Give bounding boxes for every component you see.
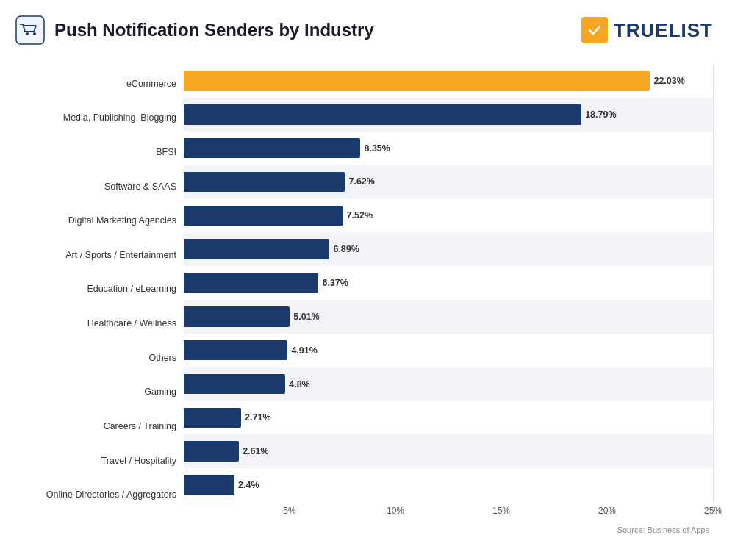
bar-value-label: 8.35%: [364, 143, 390, 154]
y-label: Gaming: [15, 387, 184, 398]
bar-value-label: 4.8%: [289, 379, 310, 390]
logo: TRUELIST: [581, 17, 713, 43]
bar: [184, 172, 345, 193]
x-tick: 10%: [387, 506, 404, 516]
source-text: Source: Business of Apps: [184, 525, 713, 534]
bar-row: 5.01%: [184, 300, 713, 334]
y-label: Travel / Hospitality: [15, 456, 184, 467]
checkmark-icon: [587, 22, 603, 38]
bar: [184, 408, 241, 428]
cart-icon: [15, 15, 46, 46]
y-label: Media, Publishing, Blogging: [15, 112, 184, 123]
bar: [184, 475, 234, 495]
bar-value-label: 6.89%: [333, 244, 359, 254]
bar-row: 4.91%: [184, 334, 713, 367]
chart-title: Push Notification Senders by Industry: [54, 20, 374, 40]
bar: [184, 138, 360, 159]
bar-value-label: 18.79%: [585, 110, 616, 120]
bar: [184, 71, 650, 91]
y-label: Others: [15, 353, 184, 364]
bar-row: 7.62%: [184, 165, 713, 199]
bar-row: 18.79%: [184, 98, 713, 132]
x-tick: 20%: [598, 506, 616, 516]
logo-text: TRUELIST: [614, 19, 713, 42]
bar-row: 6.89%: [184, 232, 713, 266]
chart-body: 22.03%18.79%8.35%7.62%7.52%6.89%6.37%5.0…: [184, 64, 713, 534]
bar-row: 2.61%: [184, 434, 713, 468]
bar-row: 4.8%: [184, 367, 713, 401]
bar-row: 2.4%: [184, 468, 713, 502]
grid-line: [713, 64, 714, 502]
y-axis-labels: eCommerceMedia, Publishing, BloggingBFSI…: [15, 64, 184, 534]
bar: [184, 104, 581, 125]
bar-value-label: 7.62%: [348, 176, 374, 187]
bar-row: 2.71%: [184, 401, 713, 434]
x-tick: 25%: [704, 506, 722, 516]
chart-area: eCommerceMedia, Publishing, BloggingBFSI…: [15, 64, 713, 534]
bar: [184, 273, 318, 293]
bar: [184, 206, 343, 226]
bar-row: 8.35%: [184, 132, 713, 165]
svg-point-1: [26, 32, 29, 35]
x-tick: 5%: [283, 506, 295, 516]
bar-value-label: 2.4%: [238, 480, 259, 490]
y-label: Online Directories / Aggregators: [15, 489, 184, 500]
header: Push Notification Senders by Industry TR…: [15, 15, 713, 46]
y-label: Education / eLearning: [15, 284, 184, 295]
bar-value-label: 7.52%: [347, 210, 373, 220]
bar-row: 22.03%: [184, 64, 713, 98]
svg-rect-0: [16, 16, 44, 44]
bar-value-label: 2.71%: [245, 412, 270, 423]
logo-badge: [581, 17, 608, 43]
main-container: Push Notification Senders by Industry TR…: [0, 0, 735, 560]
x-tick: 15%: [492, 506, 510, 516]
bar: [184, 239, 329, 259]
bar: [184, 374, 285, 395]
y-label: Art / Sports / Entertainment: [15, 250, 184, 261]
y-label: Healthcare / Wellness: [15, 318, 184, 329]
bar-value-label: 2.61%: [243, 446, 268, 456]
bar-value-label: 5.01%: [293, 312, 319, 322]
bar: [184, 340, 287, 361]
y-label: BFSI: [15, 147, 184, 158]
bars-area: 22.03%18.79%8.35%7.62%7.52%6.89%6.37%5.0…: [184, 64, 713, 502]
bar-value-label: 22.03%: [653, 76, 684, 86]
bar: [184, 441, 239, 462]
y-label: eCommerce: [15, 79, 184, 90]
y-label: Careers / Training: [15, 421, 184, 432]
bar-value-label: 6.37%: [322, 278, 348, 288]
y-label: Digital Marketing Agencies: [15, 215, 184, 226]
x-axis: 5%10%15%20%25%: [184, 502, 713, 524]
header-left: Push Notification Senders by Industry: [15, 15, 374, 46]
bar-value-label: 4.91%: [291, 345, 317, 356]
bar-row: 7.52%: [184, 198, 713, 232]
bar: [184, 306, 290, 327]
y-label: Software & SAAS: [15, 182, 184, 193]
bar-row: 6.37%: [184, 266, 713, 300]
svg-point-2: [33, 32, 36, 35]
